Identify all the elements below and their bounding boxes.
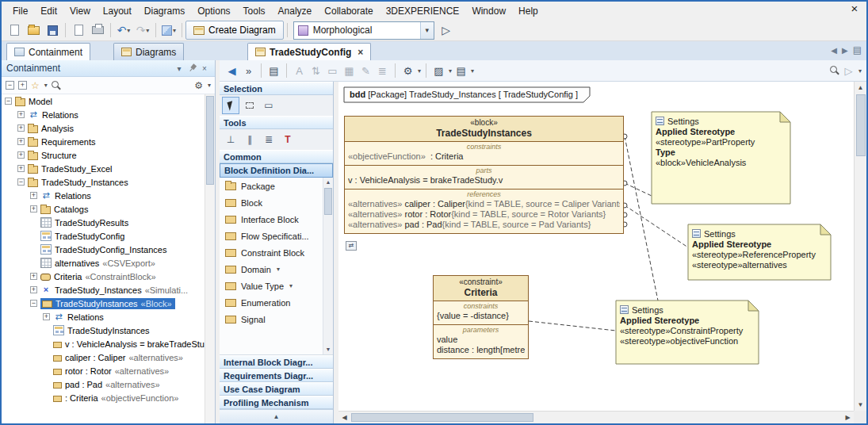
tree-item-structure[interactable]: +Structure [2,148,205,162]
shape-icon[interactable]: ▭ [325,66,340,76]
menu-tools[interactable]: Tools [237,3,272,19]
chevron-down-icon[interactable]: ▾ [146,27,149,34]
perspective-combo[interactable]: Morphological ▾ [293,21,434,40]
marquee-select-button[interactable] [241,97,258,114]
scrollbar-thumb[interactable] [206,96,214,185]
tree-item-catalogs[interactable]: +Catalogs [2,202,205,216]
palette-section-usecase[interactable]: Use Case Diagram [220,382,333,396]
search-icon[interactable] [52,81,61,90]
tree-item-v-vehicleanalysis[interactable]: v : VehicleAnalysis = brakeTradeStudy.v [2,337,205,350]
prev-tab-icon[interactable]: ◀ [831,46,837,55]
chevron-down-icon[interactable]: ▾ [858,67,862,75]
tree-item-rotor[interactable]: rotor : Rotor«alternatives» [2,364,205,377]
expander-icon[interactable]: + [17,165,25,172]
expander-icon[interactable]: + [43,313,50,320]
palette-section-common[interactable]: Common [220,150,333,163]
run-button[interactable]: ▷ [438,21,455,39]
nav-back-icon[interactable]: ◀ [224,66,239,76]
palette-collapse-button[interactable]: ▲ [220,409,333,423]
font-icon[interactable]: A [292,66,307,76]
selected-tree-item[interactable]: TradeStudyInstances«Block» [40,298,175,309]
constraint-expression[interactable]: {value = -distance} [437,311,525,321]
tree-item-tradestudyinstances-block[interactable]: −TradeStudyInstances«Block» [2,297,205,310]
horizontal-scrollbar[interactable]: ◀ ▶ [338,411,854,423]
anchor-connector-parts-note[interactable] [625,183,652,196]
tree-item-tradestudy-instances[interactable]: −TradeStudy_Instances [2,175,205,189]
anchor-connector-references-note[interactable] [625,205,688,247]
scroll-down-icon[interactable]: ▼ [323,345,333,354]
expander-icon[interactable]: + [30,273,37,280]
save-button[interactable] [44,21,61,39]
reference-property-line[interactable]: «alternatives»caliper : Caliper{kind = T… [348,199,620,209]
expander-icon[interactable]: + [30,192,37,199]
tab-tradestudyconfig[interactable]: TradeStudyConfig × [247,43,371,60]
image-export-icon[interactable]: ▨ [431,66,446,76]
scrollbar-thumb[interactable] [324,188,332,215]
expander-icon[interactable]: + [30,205,37,212]
create-diagram-button[interactable]: Create Diagram [185,21,284,40]
tree-item-pad[interactable]: pad : Pad«alternatives» [2,377,205,391]
next-tab-icon[interactable]: ▶ [842,46,848,55]
chevron-down-icon[interactable]: ▾ [418,67,421,75]
run-diagram-icon[interactable]: ▷ [841,66,856,76]
scroll-up-icon[interactable]: ▲ [323,178,333,187]
favorites-icon[interactable]: ☆ [31,80,40,91]
sticky-tool-button[interactable]: ⊥ [222,131,239,148]
expand-all-icon[interactable]: + [18,81,27,90]
reference-property-line[interactable]: «alternatives»rotor : Rotor{kind = TABLE… [348,209,620,220]
menu-view[interactable]: View [63,3,97,19]
collapse-all-icon[interactable]: − [6,81,14,90]
window-close-icon[interactable]: × [847,2,862,15]
constraint-header[interactable]: «constraint» Criteria [434,276,528,301]
vertical-scrollbar[interactable]: ▲ ▼ [854,82,866,411]
combo-dropdown-icon[interactable]: ▾ [420,22,434,39]
tree-item-analysis[interactable]: +Analysis [2,121,205,135]
tree-item-tradestudyresults[interactable]: TradeStudyResults [2,216,205,229]
chevron-down-icon[interactable]: ▾ [208,82,211,89]
chevron-down-icon[interactable]: ▾ [277,266,280,273]
menu-edit[interactable]: Edit [34,3,63,19]
tree-item-tradestudyconfig-instances[interactable]: TradeStudyConfig_Instances [2,243,205,256]
block-header[interactable]: «block» TradeStudyInstances [345,117,623,142]
expander-icon[interactable]: + [17,111,25,118]
pin-icon[interactable] [187,63,199,75]
chevron-down-icon[interactable]: ▾ [449,67,452,75]
new-project-button[interactable] [6,21,23,39]
zoom-search-icon[interactable] [830,66,839,75]
horizontal-layout-button[interactable]: ≣ [260,131,277,148]
palette-item-interface-block[interactable]: Interface Block [220,211,333,228]
constraint-criteria[interactable]: «constraint» Criteria constraints {value… [433,275,529,359]
reference-property-line[interactable]: «alternatives»pad : Pad{kind = TABLE, so… [348,220,620,230]
toolbar-overflow-icon[interactable]: » [241,66,256,76]
tree-item-tradestudyconfig[interactable]: TradeStudyConfig [2,229,205,243]
anchor-connector-criteria-note[interactable] [529,321,616,331]
tree-item-relations[interactable]: +Relations [2,310,205,324]
palette-item-domain[interactable]: Domain▾ [220,261,333,278]
scrollbar-thumb[interactable] [351,413,533,422]
menu-collaborate[interactable]: Collaborate [318,3,379,19]
tree-item-tradestudyinstances-diagram[interactable]: TradeStudyInstances [2,324,205,337]
menu-analyze[interactable]: Analyze [272,3,319,19]
tab-containment[interactable]: Containment [6,43,90,60]
related-elements-button[interactable]: ▾ [160,21,178,39]
part-property-line[interactable]: v : VehicleAnalysis = brakeTradeStudy.v [348,175,620,186]
select-tool-button[interactable] [222,97,239,114]
edit-icon[interactable]: ✎ [358,66,373,76]
scrollbar-thumb[interactable] [856,94,866,156]
gear-icon[interactable]: ⚙ [194,80,203,91]
grid-icon[interactable]: ▦ [342,66,357,76]
chevron-down-icon[interactable]: ▾ [289,282,293,289]
list-icon[interactable]: ≣ [375,66,390,76]
menu-layout[interactable]: Layout [97,3,138,19]
parameter-line[interactable]: distance : length[metre] [437,345,525,355]
tree-item-relations[interactable]: +Relations [2,189,205,202]
tree-item-criteria-property[interactable]: : Criteria«objectiveFunction» [2,391,205,404]
palette-item-value-type[interactable]: Value Type▾ [220,278,333,294]
constraint-property-line[interactable]: «objectiveFunction» : Criteria [348,151,620,162]
tree-item-tradestudy-instances-sim[interactable]: +TradeStudy_Instances«Simulati... [2,283,205,297]
scroll-right-icon[interactable]: ▶ [842,412,854,423]
scroll-left-icon[interactable]: ◀ [338,412,350,423]
related-elements-badge[interactable]: ⇄ [346,241,357,251]
tree-item-criteria[interactable]: +Criteria«ConstraintBlock» [2,270,205,283]
free-select-button[interactable]: ▭ [260,97,277,114]
